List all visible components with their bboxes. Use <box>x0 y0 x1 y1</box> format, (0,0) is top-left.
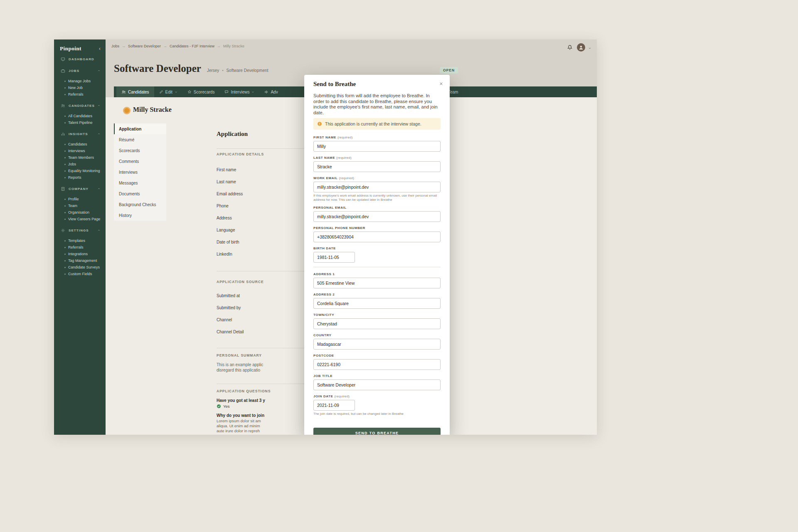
bell-icon[interactable] <box>567 44 573 50</box>
tab-candidates[interactable]: Candidates <box>116 86 154 97</box>
field-label: ADDRESS 2 <box>313 293 441 297</box>
modal-description: Submitting this form will add the employ… <box>313 93 441 116</box>
chevron-down-icon <box>175 91 177 94</box>
sidebar-item-label: Team <box>68 204 77 208</box>
sidebar-item-label: Candidate Surveys <box>68 265 100 269</box>
bullet-icon <box>64 144 66 145</box>
bullet-icon <box>64 260 66 261</box>
detail-label: Language <box>217 228 235 232</box>
tab-advertise[interactable]: Adv <box>259 86 283 97</box>
country-input[interactable] <box>313 339 441 350</box>
sidebar-candidates-items: All Candidates Talent Pipeline <box>54 113 106 126</box>
sidebar-item-view-careers-page[interactable]: View Careers Page <box>54 216 106 222</box>
topbar: Jobs → Software Developer → Candidates -… <box>106 39 597 56</box>
sidebar-collapse-icon[interactable]: ‹ <box>99 47 101 51</box>
bullet-icon <box>64 164 66 165</box>
chevron-down-icon <box>251 91 254 94</box>
send-to-breathe-button[interactable]: SEND TO BREATHE <box>313 428 441 435</box>
last-name-input[interactable] <box>313 161 441 172</box>
work-email-input[interactable] <box>313 182 441 192</box>
sidebar-section-settings[interactable]: SETTINGS <box>54 227 106 234</box>
field-label-text: POSTCODE <box>313 354 334 357</box>
subnav-item-messages[interactable]: Messages <box>114 177 166 188</box>
sidebar-item-tag-management[interactable]: Tag Management <box>54 257 106 264</box>
main-area: Jobs → Software Developer → Candidates -… <box>106 39 597 435</box>
sidebar-item-talent-pipeline[interactable]: Talent Pipeline <box>54 119 106 126</box>
sidebar-item-equality-monitoring[interactable]: Equality Monitoring <box>54 167 106 174</box>
chevron-down-icon[interactable] <box>588 47 591 50</box>
subnav-item-resume[interactable]: Résumé <box>114 134 166 145</box>
breadcrumb-jobs[interactable]: Jobs <box>111 44 119 48</box>
field-label: TOWN/CITY <box>313 313 441 317</box>
title-row: Software Developer Jersey • Software Dev… <box>114 63 268 74</box>
subnav-item-comments[interactable]: Comments <box>114 156 166 167</box>
sidebar-item-insights-candidates[interactable]: Candidates <box>54 141 106 148</box>
breadcrumb-separator: → <box>217 44 221 48</box>
subnav-item-background-checks[interactable]: Background Checks <box>114 199 166 210</box>
sidebar-item-templates[interactable]: Templates <box>54 237 106 244</box>
breadcrumb-candidates-f2f[interactable]: Candidates - F2F Interview <box>170 44 214 48</box>
sidebar-section-candidates[interactable]: CANDIDATES <box>54 102 106 109</box>
subnav-item-application[interactable]: Application <box>114 123 166 134</box>
breadcrumb-software-developer[interactable]: Software Developer <box>128 44 161 48</box>
sidebar-section-insights[interactable]: INSIGHTS <box>54 130 106 138</box>
field-label: BIRTH DATE <box>313 246 441 251</box>
field-label-text: JOIN DATE <box>313 394 333 398</box>
sidebar-section-jobs[interactable]: JOBS <box>54 67 106 74</box>
sidebar-item-profile[interactable]: Profile <box>54 196 106 202</box>
sidebar-item-referrals[interactable]: Referrals <box>54 91 106 98</box>
field-label-text: FIRST NAME <box>313 135 336 139</box>
breadcrumb-separator: → <box>163 44 167 48</box>
tab-scorecards[interactable]: Scorecards <box>182 86 220 97</box>
job-subtitle: Jersey • Software Development <box>207 68 268 73</box>
subnav-item-documents[interactable]: Documents <box>114 188 166 199</box>
sidebar-item-team[interactable]: Team <box>54 202 106 209</box>
subnav-item-interviews[interactable]: Interviews <box>114 167 166 177</box>
user-avatar[interactable] <box>577 43 585 52</box>
close-icon[interactable] <box>439 81 443 86</box>
address-2-input[interactable] <box>313 298 441 309</box>
sidebar-item-insights-interviews[interactable]: Interviews <box>54 148 106 154</box>
sidebar-item-label: View Careers Page <box>68 217 100 221</box>
sidebar-item-organisation[interactable]: Organisation <box>54 209 106 216</box>
birth-date-input[interactable] <box>313 252 355 263</box>
sidebar-item-new-job[interactable]: New Job <box>54 84 106 91</box>
tab-interviews[interactable]: Interviews <box>219 86 259 97</box>
chevron-up-icon <box>97 229 101 232</box>
tab-edit[interactable]: Edit <box>154 86 182 97</box>
postcode-input[interactable] <box>313 359 441 370</box>
sidebar-item-custom-fields[interactable]: Custom Fields <box>54 271 106 277</box>
sidebar-section-dashboard[interactable]: DASHBOARD <box>54 55 106 63</box>
field-label-text: ADDRESS 1 <box>313 272 335 276</box>
sidebar-item-all-candidates[interactable]: All Candidates <box>54 113 106 119</box>
field-work-email: WORK EMAIL(required) If this employee's … <box>313 176 441 202</box>
subnav-item-scorecards[interactable]: Scorecards <box>114 145 166 156</box>
town-city-input[interactable] <box>313 318 441 329</box>
personal-phone-input[interactable] <box>313 232 441 242</box>
sidebar-item-label: Interviews <box>68 149 85 153</box>
sidebar-item-integrations[interactable]: Integrations <box>54 251 106 257</box>
job-title-input[interactable] <box>313 379 441 390</box>
subnav-item-history[interactable]: History <box>114 210 166 221</box>
first-name-input[interactable] <box>313 141 441 152</box>
sidebar-item-insights-jobs[interactable]: Jobs <box>54 161 106 167</box>
bullet-icon <box>64 116 66 117</box>
sidebar-section-label: SETTINGS <box>69 229 89 232</box>
join-date-input[interactable] <box>313 400 355 411</box>
sidebar-item-label: Jobs <box>68 162 76 166</box>
bullet-icon <box>64 254 66 255</box>
sidebar-item-manage-jobs[interactable]: Manage Jobs <box>54 78 106 84</box>
sidebar-insights-items: Candidates Interviews Team Members Jobs … <box>54 141 106 181</box>
sidebar-item-reports[interactable]: Reports <box>54 174 106 181</box>
sidebar-jobs-items: Manage Jobs New Job Referrals <box>54 78 106 98</box>
personal-email-input[interactable] <box>313 211 441 222</box>
address-1-input[interactable] <box>313 278 441 288</box>
detail-label: LinkedIn <box>217 252 232 256</box>
chart-icon <box>61 132 65 136</box>
sidebar-item-team-members[interactable]: Team Members <box>54 154 106 161</box>
sidebar-section-company[interactable]: COMPANY <box>54 185 106 192</box>
sidebar-item-candidate-surveys[interactable]: Candidate Surveys <box>54 264 106 271</box>
sidebar: Pinpoint ‹ DASHBOARD JOBS Manage Jobs Ne… <box>54 39 106 435</box>
pinpoint-logo: Pinpoint <box>60 45 81 52</box>
sidebar-item-settings-referrals[interactable]: Referrals <box>54 244 106 251</box>
